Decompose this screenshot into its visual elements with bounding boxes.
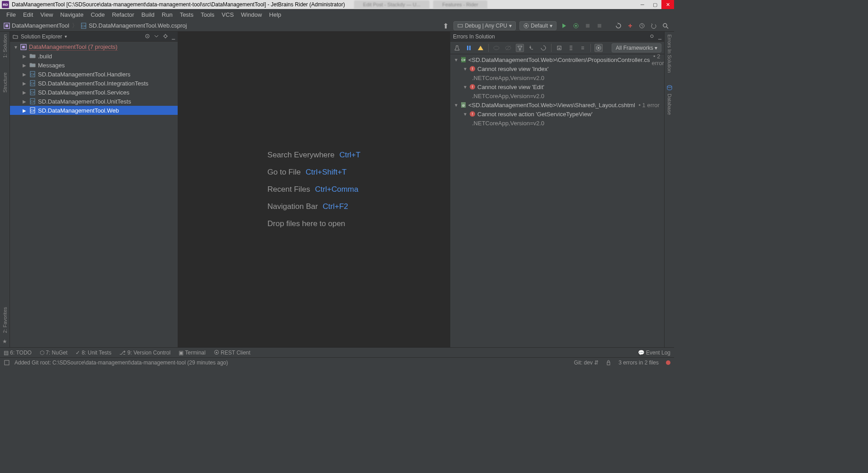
terminal-tab[interactable]: ▣ Terminal xyxy=(179,350,205,356)
error-file-path: <SD.DataManagementTool.Web>\Controllers\… xyxy=(468,57,650,63)
flask-icon[interactable] xyxy=(453,44,461,52)
todo-tab[interactable]: ▤ 6: TODO xyxy=(4,350,32,356)
expand-arrow-icon[interactable]: ▼ xyxy=(463,112,467,117)
gear-icon[interactable] xyxy=(649,33,656,40)
sync-icon[interactable] xyxy=(614,22,623,30)
menu-file[interactable]: File xyxy=(3,10,19,19)
framework-combo[interactable]: All Frameworks ▾ xyxy=(612,43,661,52)
hide-icon[interactable] xyxy=(504,44,512,52)
menu-tests[interactable]: Tests xyxy=(176,10,197,19)
menu-navigate[interactable]: Navigate xyxy=(57,10,87,19)
stop-button[interactable] xyxy=(595,22,604,30)
tool-favorites-tab[interactable]: 2: Favorites xyxy=(2,304,8,336)
hide-icon[interactable]: ⎯ xyxy=(658,33,661,40)
error-detail-row[interactable]: .NETCoreApp,Version=v2.0 xyxy=(450,118,664,128)
expand-arrow-icon[interactable]: ▼ xyxy=(454,57,458,62)
menu-code[interactable]: Code xyxy=(87,10,108,19)
expand-all-icon[interactable] xyxy=(567,44,575,52)
vcs-revert-icon[interactable] xyxy=(650,22,658,30)
run-config-combo[interactable]: Debug | Any CPU ▾ xyxy=(453,21,516,30)
run-target-combo[interactable]: Default ▾ xyxy=(519,21,557,30)
filter-icon[interactable] xyxy=(516,44,524,52)
menu-refactor[interactable]: Refactor xyxy=(108,10,138,19)
editor-area[interactable]: Search Everywhere Ctrl+T Go to File Ctrl… xyxy=(178,32,450,347)
error-file-row[interactable]: ▼ @ <SD.DataManagementTool.Web>\Views\Sh… xyxy=(450,100,664,109)
target-icon[interactable] xyxy=(594,44,603,52)
error-item-row[interactable]: ▼ ! Cannot resolve view 'Index' xyxy=(450,64,664,73)
search-icon[interactable] xyxy=(661,22,670,30)
event-log-tab[interactable]: 💬 Event Log xyxy=(638,350,670,356)
rest-client-tab[interactable]: ⦿ REST Client xyxy=(214,350,250,356)
maximize-button[interactable]: ▢ xyxy=(649,0,661,9)
merge-icon[interactable] xyxy=(528,44,536,52)
vcs-history-icon[interactable] xyxy=(638,22,646,30)
tool-solution-tab[interactable]: 1: Solution xyxy=(2,32,8,61)
vcs-update-icon[interactable] xyxy=(626,22,634,30)
run-button[interactable] xyxy=(560,22,568,30)
lock-icon[interactable] xyxy=(606,360,611,365)
refresh-icon[interactable] xyxy=(539,44,547,52)
expand-arrow-icon[interactable]: ▼ xyxy=(463,85,467,90)
tree-node[interactable]: ▶ C# SD.DataManagementTool.Handlers xyxy=(10,70,178,79)
nuget-tab[interactable]: ⬡ 7: NuGet xyxy=(40,350,67,356)
tool-structure-tab[interactable]: Structure xyxy=(2,70,8,95)
tree-node-selected[interactable]: ▶ C# SD.DataManagementTool.Web xyxy=(10,106,178,115)
tool-database-tab[interactable]: Database xyxy=(667,91,672,118)
expand-arrow-icon[interactable]: ▶ xyxy=(23,99,27,104)
expand-arrow-icon[interactable]: ▼ xyxy=(454,103,458,108)
error-count: • 2 errors xyxy=(651,54,664,66)
build-icon[interactable] xyxy=(442,22,450,30)
expand-arrow-icon[interactable]: ▶ xyxy=(23,108,27,113)
tree-node[interactable]: ▶ .build xyxy=(10,52,178,61)
menu-build[interactable]: Build xyxy=(138,10,158,19)
warning-icon[interactable] xyxy=(476,44,485,52)
chevron-down-icon[interactable]: ▾ xyxy=(65,34,67,39)
tool-errors-tab[interactable]: Errors In Solution xyxy=(667,32,672,76)
collapse-icon[interactable] xyxy=(154,33,160,40)
menu-view[interactable]: View xyxy=(37,10,57,19)
expand-arrow-icon[interactable]: ▶ xyxy=(23,54,27,59)
menu-window[interactable]: Window xyxy=(237,10,265,19)
menu-edit[interactable]: Edit xyxy=(19,10,37,19)
show-hidden-icon[interactable] xyxy=(492,44,500,52)
menu-tools[interactable]: Tools xyxy=(197,10,218,19)
attach-button[interactable] xyxy=(584,22,592,30)
error-indicator-icon[interactable] xyxy=(666,360,670,365)
expand-arrow-icon[interactable]: ▼ xyxy=(14,45,18,50)
tree-node[interactable]: ▶ Messages xyxy=(10,61,178,70)
vcs-tab[interactable]: ⎇ 9: Version Control xyxy=(119,350,170,356)
expand-arrow-icon[interactable]: ▶ xyxy=(23,63,27,68)
tree-node[interactable]: ▶ C# SD.DataManagementTool.Services xyxy=(10,88,178,97)
expand-arrow-icon[interactable]: ▶ xyxy=(23,81,27,86)
tree-root[interactable]: ▼ DataManagementTool (7 projects) xyxy=(10,43,178,52)
error-file-row[interactable]: ▼ C# <SD.DataManagementTool.Web>\Control… xyxy=(450,55,664,64)
collapse-all-icon[interactable] xyxy=(579,44,587,52)
error-item-row[interactable]: ▼ ! Cannot resolve action 'GetServiceTyp… xyxy=(450,109,664,118)
git-status[interactable]: Git: dev ⇵ xyxy=(574,359,599,366)
menu-vcs[interactable]: VCS xyxy=(218,10,237,19)
gear-icon[interactable] xyxy=(163,33,169,40)
debug-button[interactable] xyxy=(572,22,580,30)
error-item-row[interactable]: ▼ ! Cannot resolve view 'Edit' xyxy=(450,82,664,91)
expand-arrow-icon[interactable]: ▶ xyxy=(23,72,27,77)
hide-icon[interactable]: ⎯ xyxy=(172,33,175,40)
unit-tests-tab[interactable]: ✓ 8: Unit Tests xyxy=(75,350,111,356)
export-icon[interactable] xyxy=(555,44,563,52)
tree-node[interactable]: ▶ C# SD.DataManagementTool.IntegrationTe… xyxy=(10,79,178,88)
menu-help[interactable]: Help xyxy=(265,10,285,19)
breadcrumb-project[interactable]: DataManagementTool xyxy=(4,22,69,29)
error-detail-row[interactable]: .NETCoreApp,Version=v2.0 xyxy=(450,73,664,82)
menu-run[interactable]: Run xyxy=(158,10,176,19)
csharp-file-icon: C# xyxy=(460,57,467,63)
tree-node[interactable]: ▶ C# SD.DataManagementTool.UnitTests xyxy=(10,97,178,106)
minimize-button[interactable]: ─ xyxy=(636,0,649,9)
pause-icon[interactable] xyxy=(465,44,473,52)
breadcrumb-file[interactable]: C# SD.DataManagementTool.Web.csproj xyxy=(80,22,187,29)
error-detail-row[interactable]: .NETCoreApp,Version=v2.0 xyxy=(450,91,664,100)
expand-arrow-icon[interactable]: ▼ xyxy=(463,66,467,71)
status-errors[interactable]: 3 errors in 2 files xyxy=(618,359,659,366)
status-toggle-icon[interactable] xyxy=(4,359,10,366)
locate-icon[interactable] xyxy=(145,33,151,40)
close-button[interactable]: ✕ xyxy=(661,0,674,9)
expand-arrow-icon[interactable]: ▶ xyxy=(23,90,27,95)
